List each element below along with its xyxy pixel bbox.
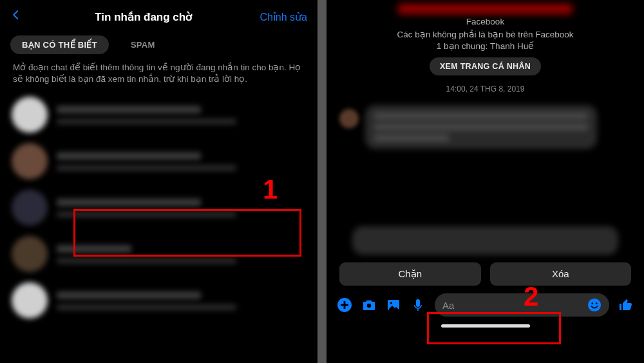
block-button[interactable]: Chặn [339, 262, 481, 286]
message-avatar [339, 109, 359, 128]
chat-preview-blurred [57, 165, 236, 171]
phone-divider [317, 0, 327, 363]
back-chevron-icon[interactable] [10, 6, 27, 28]
view-profile-button[interactable]: XEM TRANG CÁ NHÂN [430, 57, 541, 75]
avatar [12, 190, 48, 226]
chat-timestamp: 14:00, 24 THG 8, 2019 [339, 84, 631, 93]
svg-point-5 [390, 302, 392, 304]
right-phone-chat-view: Facebook Các bạn không phải là bạn bè tr… [327, 0, 644, 363]
gallery-icon[interactable] [386, 297, 401, 313]
avatar [12, 236, 48, 272]
emoji-icon[interactable] [587, 298, 601, 312]
chat-name-blurred [57, 106, 201, 113]
request-action-row: Chặn Xóa [327, 255, 644, 288]
delete-button[interactable]: Xóa [490, 262, 632, 286]
plus-icon[interactable] [337, 297, 352, 313]
svg-rect-2 [341, 304, 348, 306]
svg-rect-6 [416, 299, 420, 307]
avatar [12, 143, 48, 179]
message-bubble-blurred [352, 226, 618, 255]
avatar [12, 97, 48, 133]
annotation-box-2 [427, 312, 561, 344]
camera-icon[interactable] [361, 297, 377, 313]
svg-point-9 [591, 302, 593, 304]
svg-point-8 [588, 299, 601, 311]
annotation-number-2: 2 [524, 281, 538, 312]
left-page-title: Tin nhắn đang chờ [27, 10, 260, 24]
tab-you-may-know[interactable]: BẠN CÓ THỂ BIẾT [10, 35, 109, 54]
chat-name-blurred [57, 152, 201, 160]
chat-request-list [0, 92, 317, 324]
input-placeholder: Aa [442, 300, 454, 311]
avatar [12, 282, 48, 319]
chat-preview-blurred [57, 119, 236, 124]
platform-label: Facebook [339, 17, 631, 26]
edit-link[interactable]: Chỉnh sửa [260, 11, 307, 23]
chat-request-item[interactable] [5, 92, 312, 138]
annotation-box-1 [73, 209, 301, 257]
microphone-icon[interactable] [410, 297, 426, 313]
request-tabs: BẠN CÓ THỂ BIẾT SPAM [0, 32, 317, 55]
left-phone-message-requests: Tin nhắn đang chờ Chỉnh sửa BẠN CÓ THỂ B… [0, 0, 317, 363]
not-friends-text: Các bạn không phải là bạn bè trên Facebo… [339, 29, 631, 39]
chat-request-item[interactable] [5, 277, 312, 324]
chat-header-info: Facebook Các bạn không phải là bạn bè tr… [327, 0, 644, 95]
left-header: Tin nhắn đang chờ Chỉnh sửa [0, 0, 317, 32]
chat-preview-blurred [57, 258, 236, 264]
chat-name-blurred [57, 291, 201, 299]
svg-point-3 [367, 304, 371, 308]
message-bubble-blurred [365, 105, 597, 149]
thumbs-up-icon[interactable] [618, 297, 634, 313]
tutorial-stage: Tin nhắn đang chờ Chỉnh sửa BẠN CÓ THỂ B… [0, 0, 644, 363]
mutual-friends-text: 1 bạn chung: Thanh Huế [339, 41, 631, 51]
chat-preview-blurred [57, 304, 236, 310]
message-area [327, 95, 644, 255]
received-message-row [339, 105, 631, 149]
chat-name-blurred [57, 199, 201, 206]
annotation-number-1: 1 [263, 174, 278, 205]
tab-spam[interactable]: SPAM [119, 35, 167, 54]
svg-rect-7 [417, 309, 419, 311]
requests-hint-text: Mở đoạn chat để biết thêm thông tin về n… [0, 55, 317, 92]
svg-point-10 [596, 302, 598, 304]
chat-contact-name-blurred [398, 4, 573, 14]
